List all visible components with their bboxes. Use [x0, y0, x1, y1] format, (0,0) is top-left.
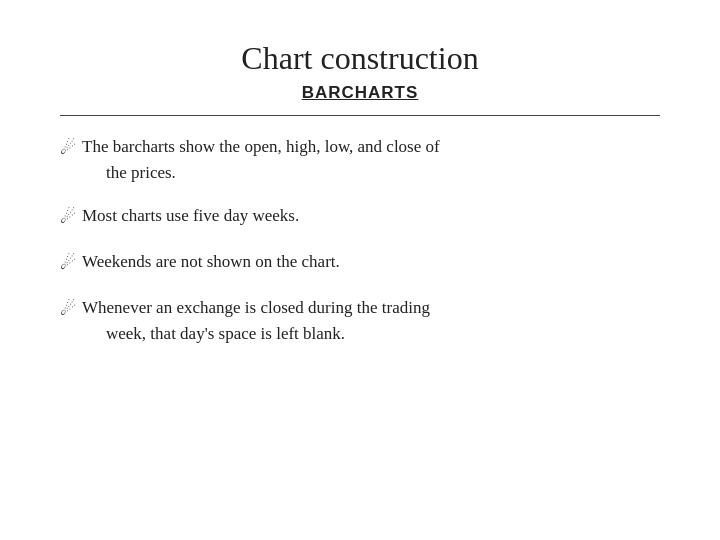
- bullet-text-4: Whenever an exchange is closed during th…: [82, 295, 660, 346]
- bullet-icon-3: ☄: [60, 250, 76, 277]
- slide: Chart construction BARCHARTS ☄ The barch…: [0, 0, 720, 540]
- bullet-icon-1: ☄: [60, 135, 76, 162]
- bullet-text-3: Weekends are not shown on the chart.: [82, 249, 660, 275]
- bullet-icon-4: ☄: [60, 296, 76, 323]
- bullet-list: ☄ The barcharts show the open, high, low…: [60, 134, 660, 346]
- bullet-item-2: ☄ Most charts use five day weeks.: [60, 203, 660, 231]
- bullet-icon-2: ☄: [60, 204, 76, 231]
- bullet-text-4-indent: week, that day's space is left blank.: [82, 321, 660, 347]
- bullet-item-3: ☄ Weekends are not shown on the chart.: [60, 249, 660, 277]
- slide-subtitle: BARCHARTS: [60, 83, 660, 103]
- bullet-text-1-indent: the prices.: [82, 160, 660, 186]
- divider: [60, 115, 660, 116]
- bullet-text-2: Most charts use five day weeks.: [82, 203, 660, 229]
- bullet-text-1: The barcharts show the open, high, low, …: [82, 134, 660, 185]
- bullet-item-1: ☄ The barcharts show the open, high, low…: [60, 134, 660, 185]
- bullet-item-4: ☄ Whenever an exchange is closed during …: [60, 295, 660, 346]
- slide-title: Chart construction: [60, 40, 660, 77]
